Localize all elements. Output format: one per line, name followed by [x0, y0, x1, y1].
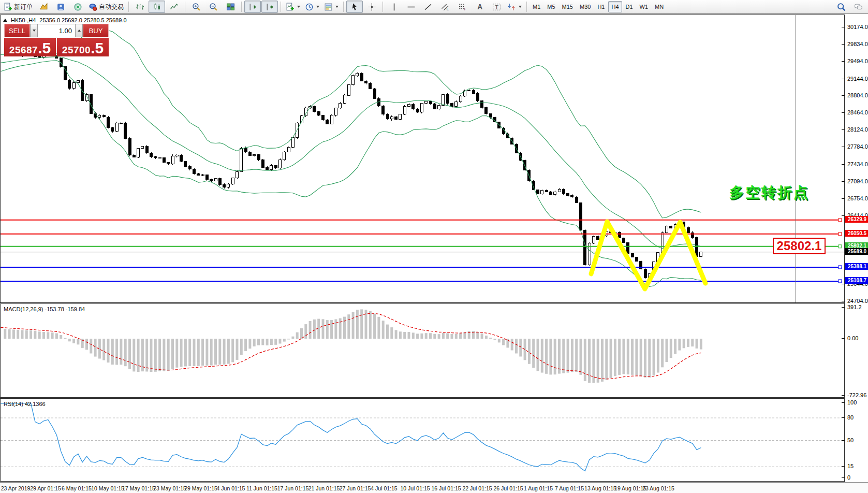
arrows-icon	[507, 3, 516, 11]
price-axis-label: 29144.0	[847, 76, 868, 82]
rsi-chart[interactable]	[1, 399, 844, 481]
indicators-button[interactable]	[284, 1, 302, 13]
date-label: 26 Jul 01:15	[493, 485, 523, 491]
price-axis-label: 24704.0	[847, 298, 868, 304]
toolbar-separator	[128, 2, 129, 12]
vertical-line-object[interactable]	[796, 15, 796, 303]
rsi-axis-label: 100	[847, 399, 857, 405]
line-chart-icon	[170, 3, 179, 11]
axis-tick	[842, 112, 845, 113]
crosshair-button[interactable]	[363, 1, 380, 13]
search-button[interactable]	[833, 1, 849, 13]
chat-button[interactable]	[850, 1, 866, 13]
channel-button[interactable]: E	[437, 1, 453, 13]
svg-text:T: T	[495, 3, 498, 10]
chart-title-symbol: HK50-,H4	[11, 17, 36, 23]
svg-text:E: E	[446, 7, 448, 10]
price-axis-label: 28804.0	[847, 92, 868, 98]
price-tag: 25108.7	[845, 277, 868, 284]
chevron-down-icon	[316, 6, 319, 8]
text-button[interactable]: A	[471, 1, 488, 13]
chart-gold-button[interactable]	[35, 1, 52, 13]
text-icon: A	[475, 3, 484, 11]
cursor-button[interactable]	[346, 1, 363, 13]
sell-button[interactable]: SELL	[4, 24, 30, 37]
label-button[interactable]: T	[488, 1, 505, 13]
axis-tick	[842, 215, 845, 216]
date-label: 4 Jul 01:15	[371, 485, 397, 491]
buy-price-panel[interactable]: 25700.5	[57, 38, 109, 56]
fibo-button[interactable]: F	[454, 1, 470, 13]
price-axis-label: 28124.0	[847, 126, 868, 133]
chart-shift-button[interactable]	[244, 1, 261, 13]
timeframe-button-H4[interactable]: H4	[608, 1, 622, 12]
timeframe-button-D1[interactable]: D1	[623, 1, 636, 12]
arrows-button[interactable]	[505, 1, 524, 13]
time-axis[interactable]: 23 Apr 201929 Apr 01:156 May 01:1510 May…	[0, 482, 868, 493]
timeframe-button-H1[interactable]: H1	[594, 1, 608, 12]
collapse-chart-icon[interactable]	[3, 19, 7, 22]
chevron-down-icon	[297, 6, 300, 8]
price-tag: 25388.1	[845, 263, 868, 270]
svg-text:A: A	[477, 3, 482, 11]
rsi-axis-label: 15	[847, 463, 854, 469]
chat-icon	[854, 3, 863, 11]
sell-price-panel[interactable]: 25687.5	[4, 38, 56, 56]
chart-shift-icon	[248, 3, 257, 11]
date-label: 23 May 01:15	[153, 485, 186, 491]
profile-button[interactable]	[52, 1, 69, 13]
periods-button[interactable]	[303, 1, 321, 13]
volume-decrease-button[interactable]	[30, 24, 38, 37]
date-label: 7 Aug 01:15	[555, 485, 584, 491]
chart-window[interactable]: HK50-,H4 25356.0 25692.0 25280.5 25689.0…	[0, 15, 868, 493]
rsi-axis-label: 50	[847, 437, 854, 443]
timeframe-button-M15[interactable]: M15	[559, 1, 576, 12]
chevron-down-icon	[335, 6, 339, 8]
axis-tick	[842, 466, 845, 467]
chart-title: HK50-,H4 25356.0 25692.0 25280.5 25689.0	[3, 17, 127, 23]
turning-point-annotation: 多空转折点	[729, 183, 810, 202]
autotrade-button[interactable]: 自动交易	[86, 1, 126, 13]
zoom-in-icon	[192, 3, 201, 11]
volume-input[interactable]: 1.00	[38, 24, 75, 37]
tile-windows-button[interactable]	[222, 1, 239, 13]
axis-tick	[842, 198, 845, 199]
volume-increase-button[interactable]	[75, 24, 83, 37]
bar-chart-button[interactable]	[131, 1, 148, 13]
macd-pane[interactable]: MACD(12,26,9) -153.78 -159.84	[0, 303, 845, 398]
axis-tick	[842, 284, 845, 284]
axis-tick	[842, 44, 845, 45]
hline-button[interactable]	[403, 1, 419, 13]
main-chart-pane[interactable]: HK50-,H4 25356.0 25692.0 25280.5 25689.0…	[0, 15, 845, 303]
timeframe-button-W1[interactable]: W1	[637, 1, 652, 12]
timeframe-button-M1[interactable]: M1	[529, 1, 543, 12]
price-chart[interactable]	[1, 15, 844, 302]
timeframe-button-M30[interactable]: M30	[577, 1, 594, 12]
trendline-button[interactable]	[420, 1, 436, 13]
axis-tick	[842, 79, 845, 79]
line-chart-button[interactable]	[166, 1, 182, 13]
zoom-in-button[interactable]	[188, 1, 204, 13]
buy-button[interactable]: BUY	[83, 24, 109, 37]
macd-chart[interactable]	[1, 304, 844, 397]
date-label: 13 Aug 01:15	[584, 485, 616, 491]
date-label: 16 Jul 01:15	[431, 485, 461, 491]
vline-icon	[390, 3, 399, 11]
channel-icon: E	[441, 3, 450, 11]
price-axis-label: 28464.0	[847, 109, 868, 115]
tile-windows-icon	[226, 3, 235, 11]
toolbar-separator	[382, 2, 383, 12]
timeframe-button-M5[interactable]: M5	[544, 1, 558, 12]
template-button[interactable]	[322, 1, 341, 13]
signal-button[interactable]	[69, 1, 86, 13]
date-label: 4 Jun 01:15	[217, 485, 245, 491]
toolbar-button-label: 自动交易	[99, 3, 124, 11]
new-order-button[interactable]: 新订单	[2, 1, 35, 13]
timeframe-button-MN[interactable]: MN	[652, 1, 667, 12]
candle-chart-button[interactable]	[149, 1, 165, 13]
auto-scroll-button[interactable]	[261, 1, 278, 13]
rsi-pane[interactable]: RSI(14) 42.1366	[0, 398, 845, 482]
zoom-out-button[interactable]	[205, 1, 222, 13]
vline-button[interactable]	[386, 1, 402, 13]
price-axis-label: 27094.0	[847, 178, 868, 184]
